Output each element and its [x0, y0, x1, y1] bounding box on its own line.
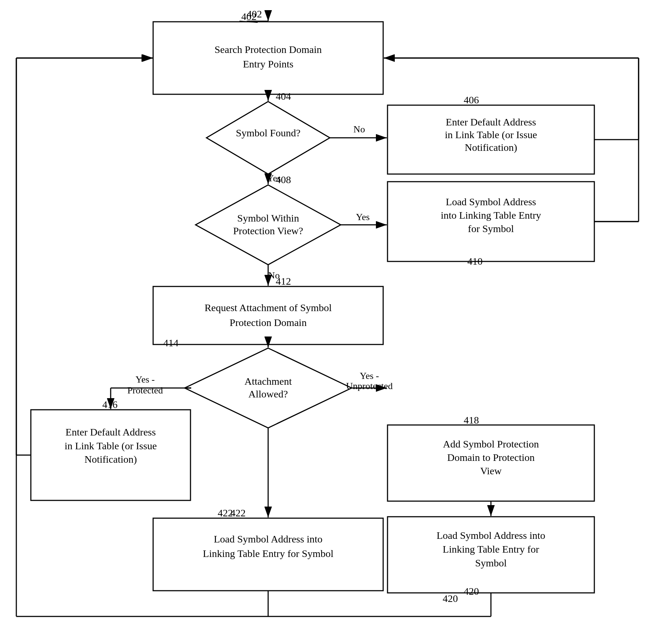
ref-406: 406	[464, 94, 479, 106]
no-label-found: No	[353, 124, 365, 135]
ra-label2: Protection Domain	[230, 317, 307, 328]
ed2-label1: Enter Default Address	[66, 426, 156, 438]
search-node	[153, 22, 383, 94]
ed1-label3: Notification)	[465, 142, 517, 153]
load-symbol1-node	[388, 182, 594, 261]
yes-label-found: Yes	[267, 173, 281, 183]
yes-label-within: Yes	[356, 212, 370, 222]
ed1-label1: Enter Default Address	[446, 116, 536, 128]
ls1-label3: for Symbol	[468, 223, 514, 234]
ref-404: 404	[276, 91, 291, 102]
ref-402-label: 402	[247, 8, 262, 20]
ref-422-arc: 422	[218, 507, 233, 519]
search-label: Search Protection Domain	[214, 44, 321, 55]
ls3-label3: Symbol	[475, 557, 507, 569]
request-attachment-node	[153, 286, 383, 344]
yes-protected-label2: Protected	[127, 385, 163, 396]
ls2-label1: Load Symbol Address into	[214, 533, 322, 545]
as-label2: Domain to Protection	[447, 452, 534, 463]
ref-416: 416	[102, 399, 118, 410]
ls3-label1: Load Symbol Address into	[436, 530, 545, 541]
sw-label1: Symbol Within	[237, 212, 299, 224]
symbol-found-label: Symbol Found?	[236, 127, 300, 139]
attachment-allowed-node	[185, 348, 352, 428]
ed1-label2: in Link Table (or Issue	[445, 129, 537, 140]
ref-420-arc: 420	[443, 593, 458, 604]
yes-unprotected-label2: Unprotected	[346, 381, 393, 391]
ra-label1: Request Attachment of Symbol	[205, 302, 332, 313]
ls3-label2: Linking Table Entry for	[443, 544, 539, 555]
ref-410: 410	[467, 256, 483, 267]
search-label2: Entry Points	[243, 58, 293, 70]
flowchart-diagram: Search Protection Domain Entry Points 40…	[0, 0, 664, 644]
aa-label1: Attachment	[245, 376, 292, 387]
ls2-label2: Linking Table Entry for Symbol	[203, 548, 333, 559]
aa-label2: Allowed?	[249, 388, 288, 400]
yes-unprotected-label1: Yes -	[360, 371, 379, 381]
no-label-within: No	[268, 270, 280, 281]
ls1-label2: into Linking Table Entry	[441, 210, 541, 221]
sw-label2: Protection View?	[233, 225, 303, 236]
as-label3: View	[480, 465, 502, 476]
ls1-label1: Load Symbol Address	[446, 196, 536, 207]
as-label1: Add Symbol Protection	[443, 438, 539, 450]
ed2-label2: in Link Table (or Issue	[65, 440, 157, 451]
symbol-within-node	[196, 185, 341, 265]
ed2-label3: Notification)	[85, 454, 137, 465]
ref-414: 414	[163, 337, 179, 348]
ref-420: 420	[464, 586, 479, 597]
ref-418: 418	[464, 414, 479, 426]
yes-protected-label: Yes -	[136, 374, 155, 385]
